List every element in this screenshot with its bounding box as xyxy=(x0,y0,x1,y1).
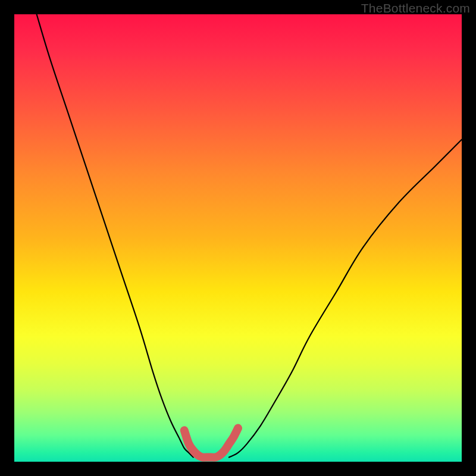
plot-area xyxy=(14,14,462,462)
left-curve-path xyxy=(37,14,193,457)
chart-stage: TheBottleneck.com xyxy=(0,0,476,476)
valley-thick-path xyxy=(184,428,238,458)
watermark-label: TheBottleneck.com xyxy=(361,1,470,15)
right-curve-path xyxy=(229,140,462,458)
curve-layer xyxy=(14,14,462,462)
